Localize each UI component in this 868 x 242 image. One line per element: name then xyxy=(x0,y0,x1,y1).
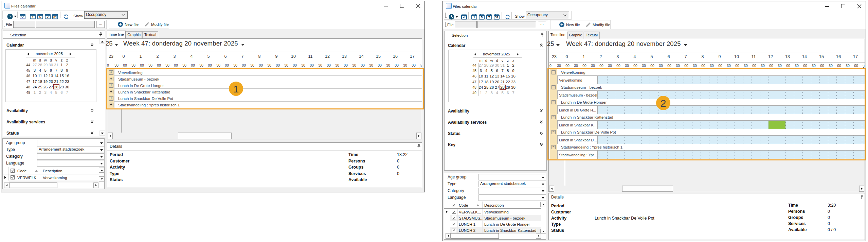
svg-text:5: 5 xyxy=(39,15,41,19)
svg-text:7: 7 xyxy=(488,15,490,19)
svg-text:1: 1 xyxy=(473,15,475,19)
svg-text:1: 1 xyxy=(32,15,34,19)
svg-text:31: 31 xyxy=(495,15,499,19)
svg-text:7: 7 xyxy=(47,15,49,19)
svg-text:5: 5 xyxy=(481,15,483,19)
svg-text:31: 31 xyxy=(53,15,57,19)
